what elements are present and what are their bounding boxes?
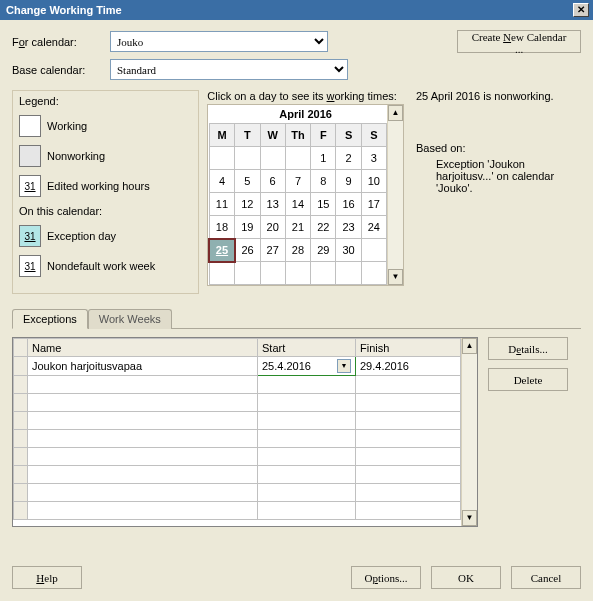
calendar-day-cell[interactable]: 1 [311, 147, 336, 170]
exception-name-cell[interactable] [28, 394, 258, 412]
calendar-day-cell[interactable]: 24 [361, 216, 386, 239]
calendar-day-cell[interactable]: 28 [285, 239, 310, 262]
row-header[interactable] [14, 430, 28, 448]
tab-exceptions[interactable]: Exceptions [12, 309, 88, 329]
calendar-scrollbar[interactable]: ▲ ▼ [387, 105, 403, 285]
title-bar: Change Working Time ✕ [0, 0, 593, 20]
calendar-day-cell[interactable]: 27 [260, 239, 285, 262]
exception-start-cell[interactable] [258, 376, 356, 394]
calendar-day-header: S [361, 124, 386, 147]
base-calendar-select[interactable]: Standard [110, 59, 348, 80]
calendar-wrap: April 2016 MTWThFSS 12345678910111213141… [207, 104, 404, 286]
row-header[interactable] [14, 357, 28, 376]
calendar-day-cell[interactable]: 13 [260, 193, 285, 216]
ok-button[interactable]: OK [431, 566, 501, 589]
scroll-up-icon[interactable]: ▲ [462, 338, 477, 354]
exception-finish-cell[interactable] [356, 484, 461, 502]
options-button[interactable]: Options... [351, 566, 421, 589]
exception-name-cell[interactable] [28, 376, 258, 394]
calendar-day-cell[interactable]: 9 [336, 170, 361, 193]
calendar-day-cell[interactable]: 6 [260, 170, 285, 193]
exception-name-cell[interactable] [28, 430, 258, 448]
row-header[interactable] [14, 394, 28, 412]
row-header[interactable] [14, 502, 28, 520]
chevron-down-icon[interactable]: ▼ [337, 359, 351, 373]
col-finish[interactable]: Finish [356, 339, 461, 357]
calendar-day-cell[interactable]: 30 [336, 239, 361, 262]
create-new-calendar-button[interactable]: Create New Calendar ... [457, 30, 581, 53]
calendar-day-cell[interactable]: 29 [311, 239, 336, 262]
exception-start-cell[interactable] [258, 430, 356, 448]
scroll-down-icon[interactable]: ▼ [462, 510, 477, 526]
exception-start-cell[interactable] [258, 502, 356, 520]
exception-start-cell[interactable] [258, 484, 356, 502]
exception-finish-cell[interactable] [356, 466, 461, 484]
exception-start-cell[interactable] [258, 448, 356, 466]
calendar-day-cell[interactable]: 16 [336, 193, 361, 216]
exception-start-cell[interactable] [258, 466, 356, 484]
exception-start-cell[interactable] [258, 394, 356, 412]
calendar-day-cell [260, 147, 285, 170]
row-header[interactable] [14, 466, 28, 484]
details-button[interactable]: Details... [488, 337, 568, 360]
calendar-day-cell[interactable]: 23 [336, 216, 361, 239]
calendar-day-cell[interactable]: 14 [285, 193, 310, 216]
delete-button[interactable]: Delete [488, 368, 568, 391]
exception-finish-cell[interactable] [356, 412, 461, 430]
calendar-day-cell[interactable]: 2 [336, 147, 361, 170]
exception-finish-cell[interactable] [356, 448, 461, 466]
grid-corner [14, 339, 28, 357]
exception-name-cell[interactable] [28, 502, 258, 520]
calendar-day-cell[interactable]: 3 [361, 147, 386, 170]
calendar-day-cell[interactable]: 22 [311, 216, 336, 239]
row-header[interactable] [14, 412, 28, 430]
legend-working-swatch [19, 115, 41, 137]
calendar-day-cell[interactable]: 21 [285, 216, 310, 239]
based-on-detail: Exception 'Joukon harjoitusv...' on cale… [436, 158, 581, 194]
col-start[interactable]: Start [258, 339, 356, 357]
scroll-up-icon[interactable]: ▲ [388, 105, 403, 121]
calendar-day-cell[interactable]: 26 [235, 239, 260, 262]
tab-work-weeks[interactable]: Work Weeks [88, 309, 172, 329]
calendar-day-cell[interactable]: 15 [311, 193, 336, 216]
calendar-day-cell[interactable]: 25 [209, 239, 234, 262]
calendar-day-cell[interactable]: 8 [311, 170, 336, 193]
exception-finish-cell[interactable] [356, 394, 461, 412]
exception-name-cell[interactable]: Joukon harjoitusvapaa [28, 357, 258, 376]
calendar-day-cell[interactable]: 20 [260, 216, 285, 239]
help-button[interactable]: Help [12, 566, 82, 589]
exception-start-cell[interactable] [258, 412, 356, 430]
exception-finish-cell[interactable] [356, 502, 461, 520]
calendar-day-cell[interactable]: 4 [209, 170, 234, 193]
scroll-down-icon[interactable]: ▼ [388, 269, 403, 285]
exception-finish-cell[interactable] [356, 376, 461, 394]
calendar-day-cell[interactable]: 17 [361, 193, 386, 216]
exception-finish-cell[interactable]: 29.4.2016 [356, 357, 461, 376]
row-header[interactable] [14, 376, 28, 394]
calendar-day-cell[interactable]: 7 [285, 170, 310, 193]
calendar-day-header: M [209, 124, 234, 147]
calendar-day-cell[interactable]: 12 [235, 193, 260, 216]
exception-name-cell[interactable] [28, 448, 258, 466]
exceptions-grid[interactable]: Name Start Finish Joukon harjoitusvapaa2… [12, 337, 478, 527]
row-header[interactable] [14, 448, 28, 466]
calendar-day-cell[interactable]: 19 [235, 216, 260, 239]
exception-name-cell[interactable] [28, 466, 258, 484]
calendar-day-cell[interactable]: 10 [361, 170, 386, 193]
close-icon[interactable]: ✕ [573, 3, 589, 17]
calendar-day-cell[interactable]: 11 [209, 193, 234, 216]
row-header[interactable] [14, 484, 28, 502]
for-calendar-select[interactable]: Jouko [110, 31, 328, 52]
exception-start-cell[interactable]: 25.4.2016▼ [258, 357, 356, 376]
exception-finish-cell[interactable] [356, 430, 461, 448]
exception-name-cell[interactable] [28, 484, 258, 502]
calendar-day-cell[interactable]: 18 [209, 216, 234, 239]
calendar-grid[interactable]: MTWThFSS 1234567891011121314151617181920… [208, 123, 387, 285]
cancel-button[interactable]: Cancel [511, 566, 581, 589]
calendar-day-cell[interactable]: 5 [235, 170, 260, 193]
exception-name-cell[interactable] [28, 412, 258, 430]
based-on-label: Based on: [416, 142, 581, 154]
grid-scrollbar[interactable]: ▲ ▼ [461, 338, 477, 526]
col-name[interactable]: Name [28, 339, 258, 357]
calendar-day-header: W [260, 124, 285, 147]
